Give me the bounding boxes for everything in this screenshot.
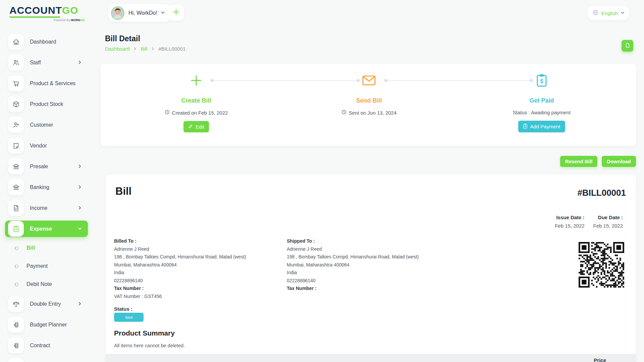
add-payment-button[interactable]: $ Add Payment [518,121,565,132]
sidebar-item-label: Dashboard [30,39,88,45]
cube-icon [8,96,24,112]
bank-icon [8,159,24,174]
coins-icon: $ [8,338,24,353]
chevron-right-icon [78,184,82,190]
scales-icon [8,296,24,312]
sidebar-item-label: Expense [30,226,78,232]
billed-to-country: India [114,269,272,277]
sidebar-item-income[interactable]: Income [5,200,88,216]
issue-date-label: Issue Date : [555,215,584,220]
qr-code [579,242,624,288]
bullet-icon [15,264,18,268]
svg-text:$: $ [15,228,17,231]
add-button[interactable] [168,5,184,21]
sidebar-item-label: Budget Planner [30,322,88,328]
breadcrumb-bill[interactable]: Bill [141,46,147,52]
page-title: Bill Detail [105,34,185,43]
user-menu[interactable]: Hi, WorkDo! [108,4,171,22]
billed-to-block: Billed To : Adrienne J Reed 198 , Bombay… [114,237,272,300]
coins-icon [8,358,24,362]
breadcrumb-dashboard[interactable]: Dashboard [105,46,129,52]
sidebar-item-vendor[interactable]: Vendor [5,137,88,154]
sidebar-item-label: Staff [30,60,78,66]
subnav-item-debit-note[interactable]: Debit Note [15,278,91,291]
home-icon [8,34,24,50]
shipped-to-country: India [287,269,444,277]
subnav-item-label: Payment [26,263,48,269]
sidebar-item-label: Income [30,205,78,211]
language-selector[interactable]: English [588,6,629,20]
tagline-do: DO [80,18,85,22]
issue-date: Issue Date : Feb 15, 2022 [555,215,584,229]
clock-icon [341,110,346,116]
edit-button[interactable]: Edit [183,121,209,132]
status-label: Status : [114,306,132,312]
pencil-icon [188,124,193,130]
breadcrumb: Dashboard Bill #BILL00001 [105,46,185,52]
step-title: Get Paid [488,97,595,104]
sidebar-item-banking[interactable]: Banking [5,179,88,195]
sidebar-item-partial[interactable] [5,358,88,362]
billed-to-label: Billed To : [114,237,272,245]
tagline-work: WORK [71,18,80,22]
globe-icon [592,9,599,17]
svg-text:$: $ [14,323,15,326]
product-table-header: Price [106,354,636,362]
bill-number: #BILL00001 [577,188,626,198]
bullet-icon [15,283,18,286]
sidebar-item-budget-planner[interactable]: $ Budget Planner [5,316,88,333]
sidebar: ACCOUNTGO Powered By WORKDO Dashboard St… [0,0,91,362]
chevron-right-icon [78,205,82,211]
bill-progress-card: Create Bill Created on Feb 15, 2022 Edit… [101,64,636,146]
add-payment-button-label: Add Payment [530,124,560,129]
sidebar-item-product-stock[interactable]: Product Stock [5,96,88,112]
sidebar-item-label: Product Stock [30,101,88,107]
sidebar-item-expense[interactable]: $ Expense [5,221,88,237]
step-meta: Status : Awaiting payment [488,110,595,115]
export-button[interactable] [622,40,633,52]
step-meta-text: Created on Feb 15, 2022 [172,110,228,116]
sidebar-item-label: Contract [30,343,88,349]
step-title: Create Bill [143,97,250,104]
money-clipboard-icon: $ [523,123,528,130]
subnav-item-label: Bill [26,245,35,251]
sidebar-item-presale[interactable]: Presale [5,158,88,175]
users-icon [8,55,24,70]
download-button[interactable]: Download [602,156,636,167]
sidebar-item-customer[interactable]: Customer [5,117,88,133]
status-badge: Sent [114,313,144,322]
shipped-to-tax-label: Tax Number : [287,285,444,293]
sidebar-item-label: Presale [30,164,78,170]
chevron-right-icon [78,164,82,170]
sidebar-item-double-entry[interactable]: Double Entry [5,296,88,312]
expense-subnav: Bill Payment Debit Note [0,241,91,291]
bill-actions: Resend Bill Download [560,156,636,167]
resend-bill-button[interactable]: Resend Bill [560,156,598,167]
sidebar-item-dashboard[interactable]: Dashboard [5,34,88,50]
product-summary-note: All items here cannot be deleted. [114,343,185,348]
step-meta-text: Status : Awaiting payment [513,110,571,115]
bill-title: Bill [115,185,131,197]
sidebar-item-product-services[interactable]: Product & Services [5,75,88,92]
billed-to-phone: 02228896140 [114,277,272,285]
chevron-right-icon [151,47,155,51]
product-summary-title: Product Summary [114,329,175,337]
cart-icon [8,75,24,91]
step-title: Send Bill [315,97,423,104]
note-icon [8,138,24,154]
sidebar-item-label: Vendor [30,143,88,149]
price-column-header: Price [594,357,606,362]
sidebar-item-contract[interactable]: $ Contract [5,337,88,354]
sidebar-item-staff[interactable]: Staff [5,54,88,71]
shipped-to-phone: 02228896140 [287,277,444,285]
subnav-item-payment[interactable]: Payment [15,259,91,273]
step-send-bill: Send Bill Sent on Jun 13, 2024 [315,64,423,116]
language-label: English [601,10,618,16]
subnav-item-label: Debit Note [26,281,52,287]
chevron-right-icon [78,301,82,307]
money-clipboard-icon: $ [488,68,595,93]
chevron-right-icon [78,60,82,66]
billed-to-tax-label: Tax Number : [114,285,272,293]
chevron-down-icon [161,10,165,16]
subnav-item-bill[interactable]: Bill [15,241,91,255]
